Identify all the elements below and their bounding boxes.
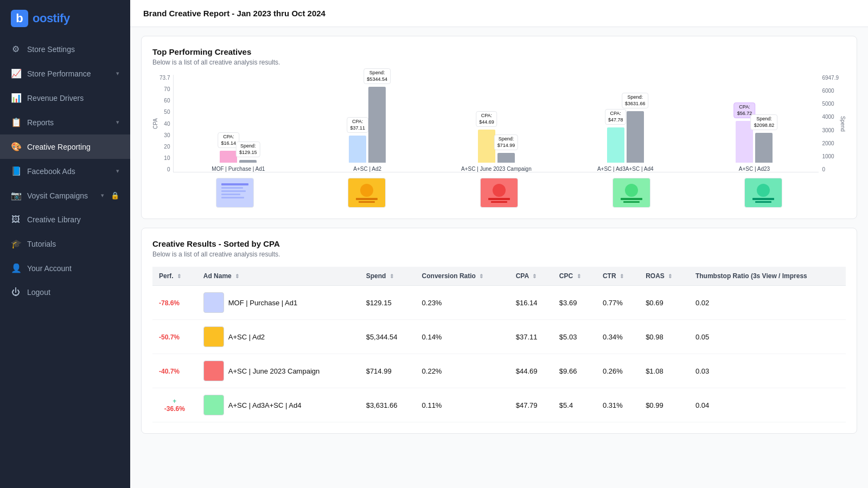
ad-name-cell-4: A+SC | Ad3A+SC | Ad4 [203, 395, 353, 415]
chevron-down-icon: ▾ [116, 119, 119, 126]
chart-bars-area: CPA:$16.14 Spend:$129.15 MOF | Purchase … [173, 75, 819, 172]
col-ctr[interactable]: CTR ⇕ [596, 267, 639, 286]
thumb-img-3[interactable] [480, 178, 518, 208]
cr-3: 0.22% [416, 354, 509, 388]
col-conversion-ratio[interactable]: Conversion Ratio ⇕ [416, 267, 509, 286]
thumb-img-2[interactable] [348, 178, 386, 208]
y-axis-right-label: Spend [840, 75, 846, 172]
thumb-img-1[interactable] [216, 178, 254, 208]
thumbstop-2: 0.05 [689, 320, 846, 354]
svg-rect-12 [488, 198, 510, 200]
sidebar-item-your-account[interactable]: 👤 Your Account [0, 256, 130, 280]
cpc-2: $5.03 [553, 320, 596, 354]
thumb-group-3[interactable] [438, 178, 560, 208]
col-perf[interactable]: Perf. ⇕ [152, 267, 197, 286]
chart-group-1: CPA:$16.14 Spend:$129.15 MOF | Purchase … [179, 151, 297, 172]
store-performance-icon: 📈 [11, 68, 21, 79]
sidebar-item-logout[interactable]: ⏻ Logout [0, 280, 130, 304]
col-cpc[interactable]: CPC ⇕ [553, 267, 596, 286]
thumbstop-3: 0.03 [689, 354, 846, 388]
chart-label-4: A+SC | Ad3A+SC | Ad4 [597, 166, 654, 172]
cpc-4: $5.4 [553, 388, 596, 422]
cr-1: 0.23% [416, 286, 509, 320]
svg-rect-16 [621, 198, 642, 200]
chart-group-4: CPA:$47.78 Spend:$3631.66 A+SC | Ad3A+SC… [566, 111, 685, 172]
spend-bar-2 [368, 87, 386, 163]
cpa-bar-1 [220, 151, 237, 163]
table-section: Creative Results - Sorted by CPA Below i… [141, 228, 857, 434]
thumb-img-5[interactable] [744, 178, 782, 208]
thumb-group-1[interactable] [174, 178, 296, 208]
voysit-campaigns-icon: 📷 [11, 190, 21, 201]
col-roas[interactable]: ROAS ⇕ [639, 267, 689, 286]
thumb-group-4[interactable] [571, 178, 692, 208]
ad-name-3: A+SC | June 2023 Campaign [228, 367, 320, 375]
table-row: -40.7% A+SC | June 2023 Campaign $714.99… [152, 354, 846, 388]
col-thumbstop[interactable]: Thumbstop Ratio (3s View / Impress [689, 267, 846, 286]
cpc-3: $9.66 [553, 354, 596, 388]
cpa-2: $37.11 [509, 320, 553, 354]
y-axis-left-label: CPA [152, 75, 158, 172]
ad-name-4: A+SC | Ad3A+SC | Ad4 [228, 401, 302, 409]
thumb-img-4[interactable] [612, 178, 650, 208]
sidebar-item-facebook-ads[interactable]: 📘 Facebook Ads ▾ [0, 159, 130, 183]
spend-label-2: Spend:$5344.54 [363, 68, 391, 84]
col-ad-name[interactable]: Ad Name ⇕ [197, 267, 360, 286]
ad-thumb-4 [203, 395, 224, 415]
table-row: -78.6% MOF | Purchase | Ad1 $129.15 0.23… [152, 286, 846, 320]
table-row: -50.7% A+SC | Ad2 $5,344.54 0.14% $37.11… [152, 320, 846, 354]
thumb-group-2[interactable] [307, 178, 428, 208]
sidebar-item-revenue-drivers[interactable]: 📊 Revenue Drivers [0, 86, 130, 110]
cpa-label-3: CPA:$44.69 [476, 111, 497, 127]
sort-icon-roas: ⇕ [668, 273, 672, 279]
sort-icon-cpa: ⇕ [532, 273, 537, 279]
svg-rect-2 [221, 187, 243, 189]
ad-thumb-2 [203, 326, 224, 347]
cpa-bar-4 [607, 127, 624, 163]
main-content: Brand Creative Report - Jan 2023 thru Oc… [130, 0, 868, 488]
chart-label-2: A+SC | Ad2 [353, 166, 381, 172]
cpa-label-2: CPA:$37.11 [347, 117, 368, 133]
sidebar-item-store-performance[interactable]: 📈 Store Performance ▾ [0, 61, 130, 86]
ad-thumb-3 [203, 361, 224, 381]
creative-library-icon: 🖼 [11, 215, 21, 224]
ctr-4: 0.31% [596, 388, 639, 422]
spend-3: $714.99 [360, 354, 416, 388]
ad-name-1: MOF | Purchase | Ad1 [228, 299, 297, 307]
ctr-2: 0.34% [596, 320, 639, 354]
svg-rect-4 [221, 194, 240, 195]
logo: b oostify [0, 0, 130, 37]
svg-rect-9 [359, 201, 375, 203]
cpa-bar-2 [349, 136, 366, 163]
sidebar-item-creative-library[interactable]: 🖼 Creative Library [0, 208, 130, 232]
svg-rect-13 [491, 201, 507, 203]
cr-4: 0.11% [416, 388, 509, 422]
spend-bar-5 [755, 133, 773, 163]
table-subtitle: Below is a list of all creative analysis… [152, 251, 846, 258]
cr-2: 0.14% [416, 320, 509, 354]
spend-2: $5,344.54 [360, 320, 416, 354]
svg-point-19 [757, 184, 770, 197]
store-settings-icon: ⚙ [11, 44, 21, 54]
sidebar-item-reports[interactable]: 📋 Reports ▾ [0, 110, 130, 134]
col-cpa[interactable]: CPA ⇕ [509, 267, 553, 286]
col-spend[interactable]: Spend ⇕ [360, 267, 416, 286]
top-creatives-subtitle: Below is a list of all creative analysis… [152, 59, 846, 66]
sidebar-item-creative-reporting[interactable]: 🎨 Creative Reporting [0, 134, 130, 159]
thumbstop-4: 0.04 [689, 388, 846, 422]
svg-rect-17 [623, 201, 640, 203]
svg-point-11 [493, 184, 506, 197]
thumb-group-5[interactable] [703, 178, 824, 208]
chart-group-5: CPA:$56.72 Spend:$2098.82 A+SC | Ad23 [695, 121, 814, 172]
table-title: Creative Results - Sorted by CPA [152, 239, 846, 248]
reports-icon: 📋 [11, 117, 21, 127]
ad-name-2: A+SC | Ad2 [228, 333, 265, 341]
roas-3: $1.08 [639, 354, 689, 388]
perf-value-4: -36.6% [164, 405, 185, 413]
table-body: -78.6% MOF | Purchase | Ad1 $129.15 0.23… [152, 286, 846, 422]
sidebar-item-voysit-campaigns[interactable]: 📷 Voysit Campaigns ▾ 🔒 [0, 183, 130, 208]
sidebar-item-tutorials[interactable]: 🎓 Tutorials [0, 232, 130, 256]
sidebar-item-store-settings[interactable]: ⚙ Store Settings [0, 37, 130, 61]
svg-rect-5 [221, 197, 244, 198]
top-creatives-section: Top Performing Creatives Below is a list… [141, 36, 857, 219]
